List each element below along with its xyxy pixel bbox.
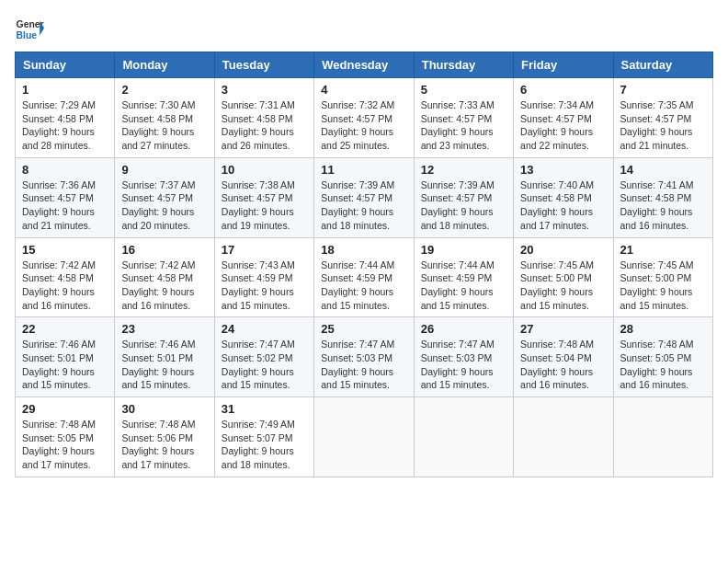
day-info: Sunrise: 7:47 AMSunset: 5:03 PMDaylight:… xyxy=(321,338,406,392)
day-number: 23 xyxy=(121,322,207,336)
day-info: Sunrise: 7:48 AMSunset: 5:06 PMDaylight:… xyxy=(121,418,207,472)
day-info: Sunrise: 7:46 AMSunset: 5:01 PMDaylight:… xyxy=(22,338,108,392)
calendar-cell: 26Sunrise: 7:47 AMSunset: 5:03 PMDayligh… xyxy=(414,317,513,397)
svg-text:Blue: Blue xyxy=(17,30,38,40)
day-info: Sunrise: 7:29 AMSunset: 4:58 PMDaylight:… xyxy=(22,98,108,153)
day-info: Sunrise: 7:46 AMSunset: 5:01 PMDaylight:… xyxy=(121,338,207,392)
day-info: Sunrise: 7:32 AMSunset: 4:57 PMDaylight:… xyxy=(321,98,406,153)
calendar-cell: 5Sunrise: 7:33 AMSunset: 4:57 PMDaylight… xyxy=(414,78,513,158)
calendar-week-row: 22Sunrise: 7:46 AMSunset: 5:01 PMDayligh… xyxy=(16,317,713,397)
day-number: 9 xyxy=(121,163,207,177)
day-info: Sunrise: 7:47 AMSunset: 5:02 PMDaylight:… xyxy=(222,338,307,392)
day-info: Sunrise: 7:48 AMSunset: 5:05 PMDaylight:… xyxy=(620,338,706,392)
day-number: 26 xyxy=(421,322,506,336)
day-info: Sunrise: 7:45 AMSunset: 5:00 PMDaylight:… xyxy=(620,259,706,313)
calendar-header-row: SundayMondayTuesdayWednesdayThursdayFrid… xyxy=(16,52,713,78)
calendar-cell: 29Sunrise: 7:48 AMSunset: 5:05 PMDayligh… xyxy=(16,397,115,477)
calendar-cell: 12Sunrise: 7:39 AMSunset: 4:57 PMDayligh… xyxy=(414,157,513,237)
day-info: Sunrise: 7:31 AMSunset: 4:58 PMDaylight:… xyxy=(222,98,307,153)
day-number: 11 xyxy=(321,163,406,177)
calendar-cell: 2Sunrise: 7:30 AMSunset: 4:58 PMDaylight… xyxy=(115,78,214,158)
calendar-week-row: 29Sunrise: 7:48 AMSunset: 5:05 PMDayligh… xyxy=(16,397,713,477)
calendar-cell: 30Sunrise: 7:48 AMSunset: 5:06 PMDayligh… xyxy=(115,397,214,477)
day-info: Sunrise: 7:39 AMSunset: 4:57 PMDaylight:… xyxy=(321,178,406,233)
day-of-week-header: Monday xyxy=(115,52,214,78)
day-info: Sunrise: 7:42 AMSunset: 4:58 PMDaylight:… xyxy=(22,259,108,313)
day-number: 29 xyxy=(22,402,108,416)
day-number: 17 xyxy=(222,243,307,257)
calendar-cell: 4Sunrise: 7:32 AMSunset: 4:57 PMDaylight… xyxy=(314,78,414,158)
calendar-week-row: 8Sunrise: 7:36 AMSunset: 4:57 PMDaylight… xyxy=(16,157,713,237)
day-info: Sunrise: 7:40 AMSunset: 4:58 PMDaylight:… xyxy=(520,178,606,233)
day-number: 30 xyxy=(121,402,207,416)
calendar-table: SundayMondayTuesdayWednesdayThursdayFrid… xyxy=(15,52,713,477)
day-number: 18 xyxy=(321,243,406,257)
day-of-week-header: Friday xyxy=(514,52,613,78)
day-info: Sunrise: 7:45 AMSunset: 5:00 PMDaylight:… xyxy=(520,259,606,313)
calendar-cell: 31Sunrise: 7:49 AMSunset: 5:07 PMDayligh… xyxy=(214,397,313,477)
day-number: 28 xyxy=(620,322,706,336)
day-number: 20 xyxy=(520,243,606,257)
day-info: Sunrise: 7:30 AMSunset: 4:58 PMDaylight:… xyxy=(121,98,207,153)
day-info: Sunrise: 7:39 AMSunset: 4:57 PMDaylight:… xyxy=(421,178,506,233)
day-of-week-header: Saturday xyxy=(613,52,712,78)
day-info: Sunrise: 7:43 AMSunset: 4:59 PMDaylight:… xyxy=(222,259,307,313)
day-number: 27 xyxy=(520,322,606,336)
calendar-cell: 8Sunrise: 7:36 AMSunset: 4:57 PMDaylight… xyxy=(16,157,115,237)
day-number: 24 xyxy=(222,322,307,336)
calendar-cell: 3Sunrise: 7:31 AMSunset: 4:58 PMDaylight… xyxy=(214,78,313,158)
day-number: 6 xyxy=(520,83,606,97)
calendar-cell: 21Sunrise: 7:45 AMSunset: 5:00 PMDayligh… xyxy=(613,237,712,317)
calendar-cell: 6Sunrise: 7:34 AMSunset: 4:57 PMDaylight… xyxy=(514,78,613,158)
calendar-cell: 22Sunrise: 7:46 AMSunset: 5:01 PMDayligh… xyxy=(16,317,115,397)
logo: General Blue xyxy=(15,15,44,44)
day-info: Sunrise: 7:44 AMSunset: 4:59 PMDaylight:… xyxy=(321,259,406,313)
day-info: Sunrise: 7:34 AMSunset: 4:57 PMDaylight:… xyxy=(520,98,606,153)
calendar-cell xyxy=(414,397,513,477)
calendar-cell: 7Sunrise: 7:35 AMSunset: 4:57 PMDaylight… xyxy=(613,78,712,158)
day-info: Sunrise: 7:35 AMSunset: 4:57 PMDaylight:… xyxy=(620,98,706,153)
day-info: Sunrise: 7:42 AMSunset: 4:58 PMDaylight:… xyxy=(121,259,207,313)
day-number: 14 xyxy=(620,163,706,177)
day-of-week-header: Sunday xyxy=(16,52,115,78)
day-info: Sunrise: 7:47 AMSunset: 5:03 PMDaylight:… xyxy=(421,338,506,392)
logo-icon: General Blue xyxy=(15,15,44,44)
day-number: 22 xyxy=(22,322,108,336)
calendar-cell: 18Sunrise: 7:44 AMSunset: 4:59 PMDayligh… xyxy=(314,237,414,317)
calendar-cell: 14Sunrise: 7:41 AMSunset: 4:58 PMDayligh… xyxy=(613,157,712,237)
day-number: 1 xyxy=(22,83,108,97)
day-number: 4 xyxy=(321,83,406,97)
day-info: Sunrise: 7:33 AMSunset: 4:57 PMDaylight:… xyxy=(421,98,506,153)
day-info: Sunrise: 7:37 AMSunset: 4:57 PMDaylight:… xyxy=(121,178,207,233)
day-of-week-header: Thursday xyxy=(414,52,513,78)
day-of-week-header: Tuesday xyxy=(214,52,313,78)
calendar-cell: 1Sunrise: 7:29 AMSunset: 4:58 PMDaylight… xyxy=(16,78,115,158)
day-info: Sunrise: 7:41 AMSunset: 4:58 PMDaylight:… xyxy=(620,178,706,233)
calendar-cell: 16Sunrise: 7:42 AMSunset: 4:58 PMDayligh… xyxy=(115,237,214,317)
day-info: Sunrise: 7:48 AMSunset: 5:04 PMDaylight:… xyxy=(520,338,606,392)
calendar-cell xyxy=(314,397,414,477)
calendar-cell: 27Sunrise: 7:48 AMSunset: 5:04 PMDayligh… xyxy=(514,317,613,397)
day-number: 8 xyxy=(22,163,108,177)
calendar-cell: 25Sunrise: 7:47 AMSunset: 5:03 PMDayligh… xyxy=(314,317,414,397)
calendar-cell: 28Sunrise: 7:48 AMSunset: 5:05 PMDayligh… xyxy=(613,317,712,397)
day-number: 13 xyxy=(520,163,606,177)
day-info: Sunrise: 7:49 AMSunset: 5:07 PMDaylight:… xyxy=(222,418,307,472)
day-info: Sunrise: 7:48 AMSunset: 5:05 PMDaylight:… xyxy=(22,418,108,472)
calendar-cell xyxy=(514,397,613,477)
day-number: 7 xyxy=(620,83,706,97)
day-number: 21 xyxy=(620,243,706,257)
calendar-week-row: 1Sunrise: 7:29 AMSunset: 4:58 PMDaylight… xyxy=(16,78,713,158)
page-header: General Blue xyxy=(15,15,713,44)
calendar-cell xyxy=(613,397,712,477)
calendar-cell: 10Sunrise: 7:38 AMSunset: 4:57 PMDayligh… xyxy=(214,157,313,237)
day-number: 5 xyxy=(421,83,506,97)
calendar-cell: 17Sunrise: 7:43 AMSunset: 4:59 PMDayligh… xyxy=(214,237,313,317)
day-info: Sunrise: 7:38 AMSunset: 4:57 PMDaylight:… xyxy=(222,178,307,233)
calendar-week-row: 15Sunrise: 7:42 AMSunset: 4:58 PMDayligh… xyxy=(16,237,713,317)
day-info: Sunrise: 7:36 AMSunset: 4:57 PMDaylight:… xyxy=(22,178,108,233)
day-number: 31 xyxy=(222,402,307,416)
day-number: 19 xyxy=(421,243,506,257)
calendar-cell: 9Sunrise: 7:37 AMSunset: 4:57 PMDaylight… xyxy=(115,157,214,237)
calendar-cell: 19Sunrise: 7:44 AMSunset: 4:59 PMDayligh… xyxy=(414,237,513,317)
